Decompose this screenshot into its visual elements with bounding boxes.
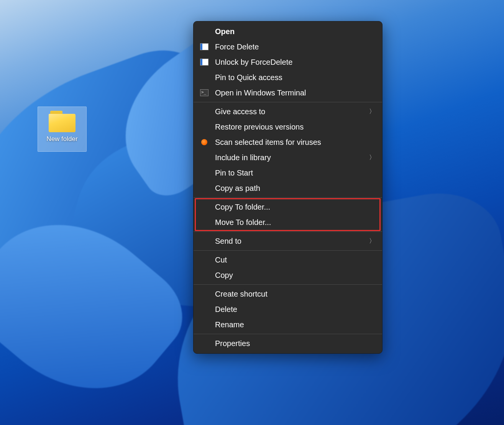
- menu-item-label: Pin to Start: [215, 169, 375, 177]
- menu-item-label: Open: [215, 27, 375, 36]
- menu-item-label: Cut: [215, 256, 375, 264]
- menu-item-label: Unlock by ForceDelete: [215, 58, 375, 67]
- antivirus-icon: [199, 138, 210, 146]
- chevron-right-icon: 〉: [369, 108, 375, 116]
- app-icon: [199, 43, 210, 51]
- menu-item-label: Properties: [215, 339, 375, 348]
- menu-item-scan-viruses[interactable]: Scan selected items for viruses: [194, 135, 382, 150]
- menu-item-label: Include in library: [215, 153, 369, 162]
- menu-item-label: Restore previous versions: [215, 123, 375, 131]
- menu-item-pin-quick-access[interactable]: Pin to Quick access: [194, 70, 382, 85]
- menu-item-label: Scan selected items for viruses: [215, 138, 375, 147]
- menu-item-unlock-forcedelete[interactable]: Unlock by ForceDelete: [194, 54, 382, 70]
- menu-item-delete[interactable]: Delete: [194, 302, 382, 317]
- desktop-folder-new-folder[interactable]: New folder: [38, 107, 87, 152]
- app-icon: [199, 58, 210, 66]
- menu-item-label: Copy To folder...: [215, 203, 375, 212]
- desktop-folder-label: New folder: [46, 135, 77, 143]
- menu-item-pin-start[interactable]: Pin to Start: [194, 165, 382, 181]
- menu-separator: [194, 231, 382, 232]
- context-menu: OpenForce DeleteUnlock by ForceDeletePin…: [193, 21, 383, 354]
- menu-item-restore-versions[interactable]: Restore previous versions: [194, 119, 382, 135]
- menu-separator: [194, 250, 382, 251]
- menu-item-label: Copy as path: [215, 184, 375, 193]
- folder-icon: [49, 111, 76, 132]
- menu-item-label: Pin to Quick access: [215, 73, 375, 82]
- menu-item-give-access[interactable]: Give access to〉: [194, 104, 382, 119]
- terminal-icon: >_: [199, 89, 210, 97]
- menu-item-create-shortcut[interactable]: Create shortcut: [194, 286, 382, 302]
- menu-separator: [194, 197, 382, 198]
- menu-item-copy-to-folder[interactable]: Copy To folder...: [194, 199, 382, 215]
- menu-item-label: Give access to: [215, 107, 369, 116]
- menu-item-label: Open in Windows Terminal: [215, 89, 375, 97]
- menu-item-rename[interactable]: Rename: [194, 317, 382, 332]
- menu-separator: [194, 334, 382, 334]
- menu-item-move-to-folder[interactable]: Move To folder...: [194, 215, 382, 230]
- menu-item-open[interactable]: Open: [194, 24, 382, 39]
- menu-item-force-delete[interactable]: Force Delete: [194, 39, 382, 54]
- menu-item-open-terminal[interactable]: >_Open in Windows Terminal: [194, 85, 382, 100]
- menu-item-label: Move To folder...: [215, 218, 375, 227]
- chevron-right-icon: 〉: [369, 237, 375, 245]
- chevron-right-icon: 〉: [369, 154, 375, 162]
- menu-item-send-to[interactable]: Send to〉: [194, 233, 382, 249]
- menu-item-label: Delete: [215, 305, 375, 314]
- menu-item-cut[interactable]: Cut: [194, 252, 382, 267]
- menu-item-copy[interactable]: Copy: [194, 267, 382, 283]
- menu-item-label: Copy: [215, 271, 375, 280]
- menu-item-label: Rename: [215, 320, 375, 329]
- menu-item-label: Send to: [215, 237, 369, 246]
- menu-item-copy-path[interactable]: Copy as path: [194, 181, 382, 196]
- menu-item-properties[interactable]: Properties: [194, 336, 382, 351]
- menu-item-label: Create shortcut: [215, 290, 375, 299]
- menu-separator: [194, 284, 382, 285]
- menu-separator: [194, 102, 382, 102]
- menu-item-label: Force Delete: [215, 43, 375, 51]
- menu-item-include-library[interactable]: Include in library〉: [194, 150, 382, 165]
